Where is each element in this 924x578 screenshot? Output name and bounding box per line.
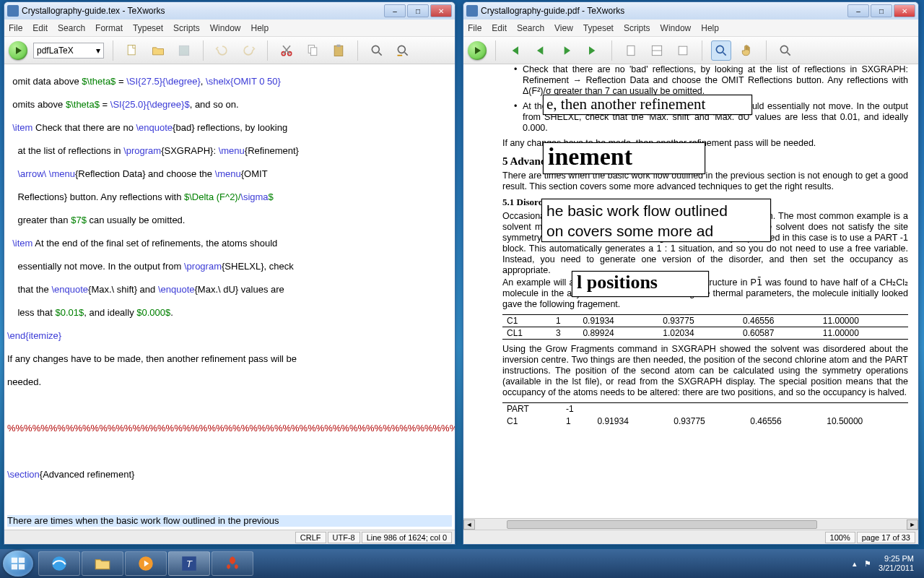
next-page-icon[interactable]: [557, 40, 577, 61]
source-editor[interactable]: omit data above $\theta$ = \SI{27.5}{\de…: [4, 64, 455, 530]
menu-scripts[interactable]: Scripts: [624, 23, 650, 33]
find-icon[interactable]: [775, 40, 796, 61]
menu-search[interactable]: Search: [58, 23, 85, 33]
task-ie[interactable]: [38, 551, 80, 576]
menu-search[interactable]: Search: [517, 23, 544, 33]
status-enc[interactable]: UTF-8: [328, 532, 360, 543]
app-icon: [7, 5, 19, 17]
tray-arrow-icon[interactable]: ▴: [853, 559, 857, 569]
typeset-button[interactable]: [9, 41, 27, 60]
pdf-viewer[interactable]: Check that there are no 'bad' reflection…: [463, 64, 918, 530]
task-wmp[interactable]: [125, 551, 167, 576]
svg-rect-1: [179, 46, 188, 55]
find-icon[interactable]: [367, 40, 387, 61]
horizontal-scrollbar[interactable]: ◄ ►: [463, 518, 918, 530]
svg-point-14: [780, 46, 788, 53]
last-page-icon[interactable]: [583, 40, 603, 61]
menu-window[interactable]: Window: [210, 23, 241, 33]
toolbar: [463, 37, 918, 64]
replace-icon[interactable]: [393, 40, 413, 61]
window-title: Crystallography-guide.tex - TeXworks: [22, 6, 384, 16]
fit-width-icon[interactable]: [647, 40, 667, 61]
status-pos: Line 986 of 1624; col 0: [362, 532, 452, 543]
open-icon[interactable]: [148, 40, 168, 61]
typeset-button[interactable]: [468, 41, 487, 60]
svg-point-9: [398, 46, 405, 53]
close-button[interactable]: ✕: [894, 4, 915, 17]
statusbar: CRLF UTF-8 Line 986 of 1624; col 0: [4, 530, 455, 544]
fit-window-icon[interactable]: [673, 40, 693, 61]
menu-help[interactable]: Help: [250, 23, 269, 33]
menu-format[interactable]: Format: [95, 23, 123, 33]
menubar: File Edit Search View Typeset Scripts Wi…: [463, 20, 918, 37]
actual-size-icon[interactable]: [621, 40, 641, 61]
clock[interactable]: 9:25 PM 3/21/2011: [879, 554, 914, 572]
menu-window[interactable]: Window: [661, 23, 692, 33]
titlebar[interactable]: Crystallography-guide.pdf - TeXworks – □…: [463, 2, 918, 20]
menu-edit[interactable]: Edit: [492, 23, 507, 33]
svg-rect-16: [19, 558, 25, 563]
magnify-icon[interactable]: [711, 40, 731, 61]
flag-icon[interactable]: ⚑: [864, 559, 871, 569]
copy-icon[interactable]: [302, 40, 323, 61]
menu-file[interactable]: File: [468, 23, 481, 33]
system-tray[interactable]: ▴ ⚑ 9:25 PM 3/21/2011: [853, 554, 921, 572]
svg-rect-6: [334, 46, 343, 56]
menubar: File Edit Search Format Typeset Scripts …: [4, 20, 455, 37]
svg-rect-10: [627, 46, 635, 55]
status-crlf[interactable]: CRLF: [295, 532, 326, 543]
maximize-button[interactable]: □: [871, 4, 892, 17]
svg-rect-0: [128, 45, 135, 54]
magnifier-overlay: he basic work flow outlinedon covers som…: [541, 199, 771, 242]
menu-edit[interactable]: Edit: [32, 23, 48, 33]
cut-icon[interactable]: [276, 40, 297, 61]
page-indicator[interactable]: page 17 of 33: [857, 532, 915, 543]
titlebar[interactable]: Crystallography-guide.tex - TeXworks – □…: [4, 2, 455, 20]
menu-file[interactable]: File: [9, 23, 22, 33]
menu-typeset[interactable]: Typeset: [133, 23, 163, 33]
magnifier-overlay: e, then another refinement: [543, 95, 752, 115]
prev-page-icon[interactable]: [531, 40, 551, 61]
start-button[interactable]: [3, 551, 33, 577]
zoom-level[interactable]: 100%: [825, 532, 855, 543]
maximize-button[interactable]: □: [407, 4, 429, 17]
svg-rect-7: [337, 44, 341, 46]
menu-view[interactable]: View: [554, 23, 573, 33]
task-app[interactable]: [212, 551, 253, 576]
magnifier-overlay: inement: [543, 142, 705, 174]
minimize-button[interactable]: –: [847, 4, 869, 17]
svg-point-13: [716, 46, 723, 53]
redo-icon[interactable]: [238, 40, 258, 61]
task-texworks[interactable]: T: [168, 551, 210, 576]
engine-combo[interactable]: pdfLaTeX▾: [33, 43, 104, 59]
svg-point-8: [372, 46, 379, 53]
editor-window: Crystallography-guide.tex - TeXworks – □…: [4, 1, 456, 545]
minimize-button[interactable]: –: [384, 4, 406, 17]
new-icon[interactable]: [122, 40, 142, 61]
taskbar[interactable]: T ▴ ⚑ 9:25 PM 3/21/2011: [0, 549, 924, 578]
close-button[interactable]: ✕: [430, 4, 452, 17]
svg-text:T: T: [186, 558, 193, 569]
magnifier-overlay: l positions: [572, 271, 709, 297]
window-title: Crystallography-guide.pdf - TeXworks: [481, 6, 847, 16]
save-icon[interactable]: [174, 40, 194, 61]
svg-rect-5: [311, 47, 317, 55]
undo-icon[interactable]: [212, 40, 232, 61]
atom-table-2: PART-1C110.919340.937750.4655610.50000: [502, 402, 908, 427]
svg-rect-12: [679, 46, 687, 55]
pdf-window: Crystallography-guide.pdf - TeXworks – □…: [463, 1, 919, 545]
menu-scripts[interactable]: Scripts: [173, 23, 200, 33]
statusbar: 100% page 17 of 33: [463, 530, 918, 544]
atom-table-1: C110.919340.937750.4655611.00000CL130.89…: [502, 314, 908, 340]
task-explorer[interactable]: [82, 551, 123, 576]
svg-rect-17: [12, 564, 17, 569]
svg-rect-18: [19, 564, 25, 569]
toolbar: pdfLaTeX▾: [4, 37, 455, 64]
app-icon: [466, 5, 478, 17]
hand-icon[interactable]: [737, 40, 757, 61]
menu-typeset[interactable]: Typeset: [583, 23, 614, 33]
svg-rect-15: [12, 558, 17, 563]
paste-icon[interactable]: [328, 40, 349, 61]
menu-help[interactable]: Help: [701, 23, 719, 33]
first-page-icon[interactable]: [505, 40, 525, 61]
